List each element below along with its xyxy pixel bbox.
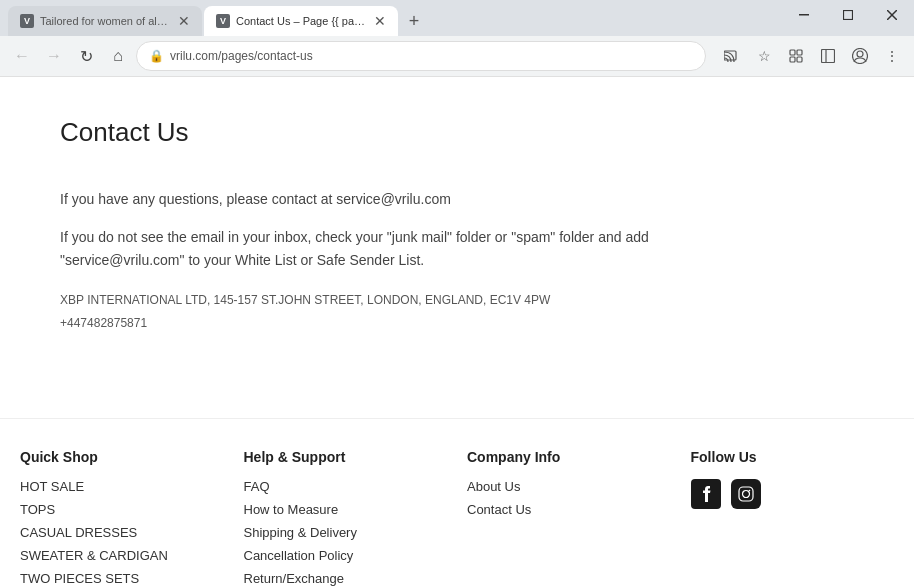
minimize-button[interactable] — [782, 0, 826, 30]
home-button[interactable]: ⌂ — [104, 42, 132, 70]
svg-rect-1 — [844, 11, 853, 20]
phone: +447482875871 — [60, 314, 690, 333]
browser-controls: ← → ↻ ⌂ 🔒 vrilu.com/pages/contact-us ☆ ⋮ — [0, 36, 914, 76]
tab-1-favicon: V — [20, 14, 34, 28]
facebook-icon[interactable] — [691, 479, 721, 509]
address-line1: XBP INTERNATIONAL LTD, 145-157 ST.JOHN S… — [60, 291, 690, 310]
footer-col-company-info: Company Info About Us Contact Us — [467, 449, 671, 587]
svg-rect-0 — [799, 14, 809, 16]
address-info: XBP INTERNATIONAL LTD, 145-157 ST.JOHN S… — [60, 291, 690, 333]
footer-quick-shop-title: Quick Shop — [20, 449, 224, 465]
svg-rect-9 — [822, 50, 835, 63]
svg-rect-8 — [797, 57, 802, 62]
address-bar[interactable]: 🔒 vrilu.com/pages/contact-us — [136, 41, 706, 71]
footer-link-contact-us[interactable]: Contact Us — [467, 502, 671, 517]
footer-link-two-pieces-sets[interactable]: TWO PIECES SETS — [20, 571, 224, 586]
footer-link-sweater-cardigan[interactable]: SWEATER & CARDIGAN — [20, 548, 224, 563]
contact-paragraph-2: If you do not see the email in your inbo… — [60, 226, 690, 271]
svg-rect-13 — [739, 487, 753, 501]
restore-button[interactable] — [826, 0, 870, 30]
page-content: Contact Us If you have any questions, pl… — [0, 77, 750, 378]
footer-link-shipping[interactable]: Shipping & Delivery — [244, 525, 448, 540]
tab-1-label: Tailored for women of all ages – — [40, 15, 170, 27]
footer-link-about-us[interactable]: About Us — [467, 479, 671, 494]
page-title: Contact Us — [60, 117, 690, 148]
contact-paragraph-1: If you have any questions, please contac… — [60, 188, 690, 210]
lock-icon: 🔒 — [149, 49, 164, 63]
svg-point-12 — [857, 51, 863, 57]
instagram-icon[interactable] — [731, 479, 761, 509]
social-icons — [691, 479, 895, 509]
footer-link-tops[interactable]: TOPS — [20, 502, 224, 517]
tab-2-favicon: V — [216, 14, 230, 28]
tab-1[interactable]: V Tailored for women of all ages – ✕ — [8, 6, 202, 36]
footer-link-how-to-measure[interactable]: How to Measure — [244, 502, 448, 517]
svg-rect-7 — [790, 57, 795, 62]
footer-col-quick-shop: Quick Shop HOT SALE TOPS CASUAL DRESSES … — [20, 449, 224, 587]
menu-button[interactable]: ⋮ — [878, 42, 906, 70]
footer: Quick Shop HOT SALE TOPS CASUAL DRESSES … — [0, 418, 914, 587]
svg-point-15 — [748, 489, 750, 491]
footer-follow-us-title: Follow Us — [691, 449, 895, 465]
footer-col-follow-us: Follow Us — [691, 449, 895, 587]
address-text: vrilu.com/pages/contact-us — [170, 49, 313, 63]
cast-button[interactable] — [718, 42, 746, 70]
footer-link-return-exchange[interactable]: Return/Exchange — [244, 571, 448, 586]
footer-link-hot-sale[interactable]: HOT SALE — [20, 479, 224, 494]
footer-col-help-support: Help & Support FAQ How to Measure Shippi… — [244, 449, 448, 587]
forward-button[interactable]: → — [40, 42, 68, 70]
extensions-button[interactable] — [782, 42, 810, 70]
reload-button[interactable]: ↻ — [72, 42, 100, 70]
footer-link-faq[interactable]: FAQ — [244, 479, 448, 494]
svg-point-14 — [742, 490, 749, 497]
footer-help-support-title: Help & Support — [244, 449, 448, 465]
close-button[interactable] — [870, 0, 914, 30]
footer-link-casual-dresses[interactable]: CASUAL DRESSES — [20, 525, 224, 540]
footer-company-info-title: Company Info — [467, 449, 671, 465]
footer-grid: Quick Shop HOT SALE TOPS CASUAL DRESSES … — [20, 449, 894, 587]
svg-rect-5 — [790, 50, 795, 55]
tab-2[interactable]: V Contact Us – Page {{ page }} – vri... … — [204, 6, 398, 36]
footer-link-cancellation[interactable]: Cancellation Policy — [244, 548, 448, 563]
tab-2-label: Contact Us – Page {{ page }} – vri... — [236, 15, 366, 27]
tab-1-close[interactable]: ✕ — [178, 13, 190, 29]
new-tab-button[interactable]: + — [400, 7, 428, 35]
svg-rect-6 — [797, 50, 802, 55]
bookmark-button[interactable]: ☆ — [750, 42, 778, 70]
sidebar-button[interactable] — [814, 42, 842, 70]
contact-body: If you have any questions, please contac… — [60, 188, 690, 334]
back-button[interactable]: ← — [8, 42, 36, 70]
tab-2-close[interactable]: ✕ — [374, 13, 386, 29]
tab-bar: V Tailored for women of all ages – ✕ V C… — [0, 0, 914, 36]
profile-button[interactable] — [846, 42, 874, 70]
